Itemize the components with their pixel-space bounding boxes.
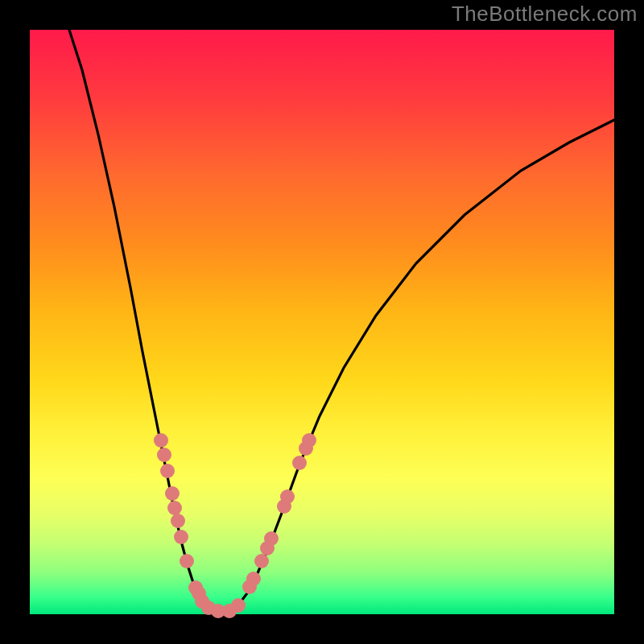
data-dot xyxy=(154,433,168,448)
data-dot xyxy=(246,572,261,586)
bottleneck-curve-layer xyxy=(30,30,614,614)
plot-area xyxy=(30,30,614,614)
data-dot xyxy=(171,514,185,528)
data-dot xyxy=(254,554,269,568)
data-dot xyxy=(292,456,307,470)
data-dot xyxy=(302,433,316,448)
bottleneck-curve xyxy=(69,30,614,611)
data-dot xyxy=(165,486,180,501)
data-dot xyxy=(157,448,171,462)
data-dot xyxy=(280,489,295,504)
data-dot xyxy=(160,464,175,478)
data-dot xyxy=(174,530,188,544)
data-dot xyxy=(167,501,182,515)
chart-frame: TheBottleneck.com xyxy=(0,0,644,644)
data-dots-group xyxy=(154,433,316,618)
watermark-text: TheBottleneck.com xyxy=(452,2,638,27)
data-dot xyxy=(180,554,194,568)
data-dot xyxy=(264,531,279,546)
data-dot xyxy=(231,598,246,613)
